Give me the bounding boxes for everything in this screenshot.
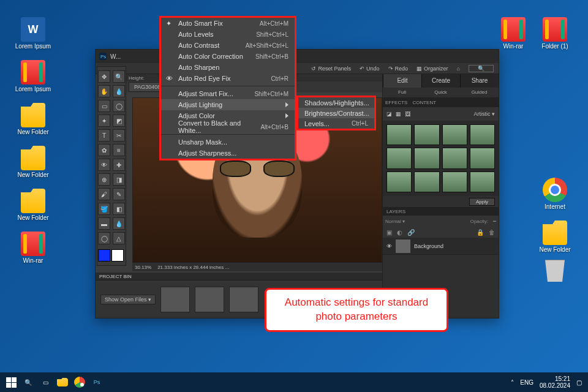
desktop-icon-word[interactable]: Lorem Ipsum <box>13 17 53 50</box>
foreground-color[interactable] <box>98 249 110 262</box>
crop-tool[interactable]: ✂ <box>113 129 125 141</box>
type-tool[interactable]: T <box>98 129 110 141</box>
effect-thumb[interactable] <box>442 124 467 145</box>
marquee-tool[interactable]: ▭ <box>98 100 110 112</box>
search-field[interactable]: 🔍 <box>469 65 494 72</box>
organizer-button[interactable]: ▦ Organizer <box>417 66 448 72</box>
tray-chevron-icon[interactable]: ˄ <box>511 379 514 386</box>
reset-panels-button[interactable]: ↺ Reset Panels <box>311 66 351 72</box>
project-thumb[interactable] <box>229 287 258 312</box>
fx-photo-icon[interactable]: 🖼 <box>405 111 410 117</box>
submenu-brightness-contrast[interactable]: Brightness/Contrast... <box>298 108 374 118</box>
zoom-tool[interactable]: 🔍 <box>113 70 125 83</box>
fx-category-select[interactable]: Artistic ▾ <box>473 111 495 117</box>
effect-thumb[interactable] <box>414 172 439 192</box>
tab-create[interactable]: Create <box>421 74 460 88</box>
project-thumb[interactable] <box>195 287 224 312</box>
effect-thumb[interactable] <box>442 148 467 168</box>
explorer-taskbar[interactable] <box>54 374 71 391</box>
desktop-icon-folder-r1[interactable]: Folder (1) <box>535 17 575 50</box>
move-tool[interactable]: ✥ <box>98 70 110 83</box>
fx-filters-icon[interactable]: ◪ <box>386 111 392 117</box>
detail-tool[interactable]: △ <box>113 232 125 244</box>
new-layer-icon[interactable]: ▣ <box>386 229 392 236</box>
effect-thumb[interactable] <box>386 148 412 168</box>
menu-auto-smart-fix[interactable]: ✦Auto Smart FixAlt+Ctrl+M <box>161 18 295 29</box>
subtab-full[interactable]: Full <box>383 88 421 97</box>
language-indicator[interactable]: ENG <box>520 379 533 386</box>
menu-unsharp-mask[interactable]: Unsharp Mask... <box>161 137 295 148</box>
effect-thumb[interactable] <box>414 124 439 145</box>
hand-tool[interactable]: ✋ <box>98 85 110 97</box>
delete-layer-icon[interactable]: 🗑 <box>489 229 495 236</box>
desktop-icon-folder-3[interactable]: New Folder <box>13 189 53 221</box>
straighten-tool[interactable]: ≡ <box>113 144 125 156</box>
menu-adjust-sharpness[interactable]: Adjust Sharpness... <box>161 148 295 159</box>
adjustment-icon[interactable]: ◐ <box>397 229 402 236</box>
sponge-tool[interactable]: ◯ <box>98 232 110 244</box>
eyedropper-tool[interactable]: 💧 <box>113 85 125 97</box>
redeye-tool[interactable]: 👁 <box>98 159 110 171</box>
apply-button[interactable]: Apply <box>469 198 495 206</box>
chrome-taskbar[interactable] <box>71 374 88 391</box>
submenu-levels[interactable]: Levels...Ctrl+L <box>298 118 374 129</box>
healing-tool[interactable]: ✚ <box>113 159 125 171</box>
wand-tool[interactable]: ✦ <box>98 115 110 127</box>
window-titlebar[interactable]: Ps W... <box>96 50 499 63</box>
background-color[interactable] <box>111 249 124 262</box>
selection-tool[interactable]: ◩ <box>113 115 125 127</box>
effect-thumb[interactable] <box>442 172 467 192</box>
tab-edit[interactable]: Edit <box>383 74 421 88</box>
fx-tab-content[interactable]: CONTENT <box>412 100 436 105</box>
photoshop-taskbar[interactable]: Ps <box>88 374 105 391</box>
shape-tool[interactable]: ▬ <box>98 217 110 230</box>
gradient-tool[interactable]: ◧ <box>113 203 125 215</box>
blend-mode-select[interactable]: Normal ▾ <box>385 219 405 224</box>
effect-thumb[interactable] <box>470 124 495 145</box>
desktop-icon-folder-2[interactable]: New Folder <box>13 146 53 178</box>
undo-button[interactable]: ↶ Undo <box>360 66 380 72</box>
menu-convert-bw[interactable]: Convert to Black and White...Alt+Ctrl+B <box>161 121 295 132</box>
blur-tool[interactable]: 💧 <box>113 217 125 230</box>
clone-tool[interactable]: ⊕ <box>98 173 110 186</box>
desktop-icon-winrar[interactable]: Win-rar <box>13 232 53 264</box>
desktop-icon-folder-r2[interactable]: New Folder <box>535 221 575 253</box>
project-thumb[interactable] <box>160 287 190 312</box>
effect-thumb[interactable] <box>386 124 412 145</box>
search-button[interactable]: 🔍 <box>20 374 37 391</box>
effect-thumb[interactable] <box>470 148 495 168</box>
desktop-icon-trash[interactable] <box>535 257 575 283</box>
home-button[interactable]: ⌂ <box>457 66 460 72</box>
desktop-icon-chrome[interactable]: Internet <box>535 178 575 210</box>
menu-adjust-lighting[interactable]: Adjust Lighting <box>161 99 295 110</box>
desktop-icon-winrar-2[interactable]: Win-rar <box>494 17 533 50</box>
subtab-guided[interactable]: Guided <box>460 88 499 97</box>
clock[interactable]: 15:21 08.02.2024 <box>540 375 570 389</box>
bucket-tool[interactable]: 🪣 <box>98 203 110 215</box>
opacity-slider[interactable]: ━ <box>493 219 496 224</box>
menu-auto-levels[interactable]: Auto LevelsShift+Ctrl+L <box>161 29 295 40</box>
desktop-icon-binders[interactable]: Lorem Ipsum <box>13 60 53 92</box>
subtab-quick[interactable]: Quick <box>421 88 460 97</box>
visibility-icon[interactable]: 👁 <box>386 243 392 249</box>
lock-icon[interactable]: 🔒 <box>477 229 484 236</box>
effect-thumb[interactable] <box>386 172 412 192</box>
project-bin-toggle[interactable]: Show Open Files ▾ <box>100 295 156 304</box>
submenu-shadows-highlights[interactable]: Shadows/Highlights... <box>298 97 374 108</box>
task-view-button[interactable]: ▭ <box>37 374 54 391</box>
fx-styles-icon[interactable]: ▦ <box>396 111 401 117</box>
menu-adjust-smart-fix[interactable]: Adjust Smart Fix...Shift+Ctrl+M <box>161 88 295 99</box>
smart-brush-tool[interactable]: ✎ <box>113 188 125 200</box>
effect-thumb[interactable] <box>414 148 439 168</box>
menu-auto-color[interactable]: Auto Color CorrectionShift+Ctrl+B <box>161 51 295 62</box>
effect-thumb[interactable] <box>470 172 495 192</box>
cookie-tool[interactable]: ✿ <box>98 144 110 156</box>
menu-auto-sharpen[interactable]: Auto Sharpen <box>161 62 295 73</box>
fx-tab-effects[interactable]: EFFECTS <box>385 100 407 105</box>
menu-auto-redeye[interactable]: 👁Auto Red Eye FixCtrl+R <box>161 73 295 84</box>
desktop-icon-folder-1[interactable]: New Folder <box>13 103 53 135</box>
layer-row[interactable]: 👁 Background <box>383 238 499 255</box>
lasso-tool[interactable]: ◯ <box>113 100 125 112</box>
tab-share[interactable]: Share <box>460 74 499 88</box>
notifications-icon[interactable]: ▢ <box>576 379 582 386</box>
